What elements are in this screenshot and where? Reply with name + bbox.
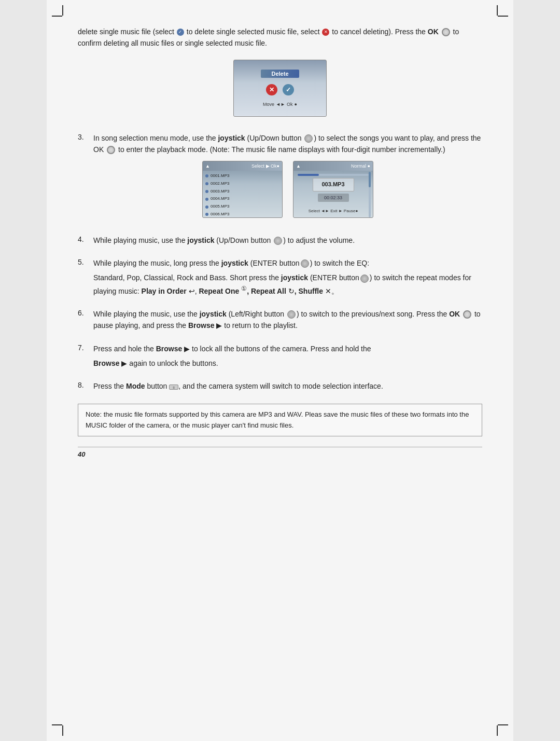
delete-screen-container: Delete ✕ ✓ Move ◄► Ok ● <box>78 60 482 117</box>
list-item-6: 6. While playing the music, use the joys… <box>78 308 482 335</box>
item-5-text-1: While playing the music, long press the … <box>93 257 482 269</box>
intro-paragraph: delete single music file (select ✓ to de… <box>78 26 482 49</box>
ok-icon-3 <box>107 146 115 154</box>
bullet-5 <box>205 205 208 209</box>
instruction-list: 3. In song selection menu mode, use the … <box>78 132 482 395</box>
filename-3: 0003.MP3 <box>211 188 229 195</box>
item-7-text2: Browse ▶ again to unlock the buttons. <box>93 358 482 369</box>
item-5-number: 5. <box>78 257 93 266</box>
playback-body: 003.MP3 00:02:33 <box>293 171 373 207</box>
playback-header-left: ▲ <box>296 162 301 170</box>
ok-label: Ok <box>287 102 293 107</box>
item-3-text: In song selection menu mode, use the joy… <box>93 132 482 156</box>
music-file-list: 0001.MP3 0002.MP3 0003.MP3 <box>203 171 282 218</box>
joystick-bold-6: joystick <box>200 310 227 318</box>
delete-icon: ✓ <box>177 29 184 36</box>
filename-1: 0001.MP3 <box>211 173 229 180</box>
progress-bar <box>298 174 369 176</box>
music-item-5: 0005.MP3 <box>205 203 279 211</box>
corner-mark-tl-v <box>62 5 63 16</box>
bullet-6 <box>205 213 208 216</box>
playback-screen: ▲ Normal ● 003.MP3 00:02:33 <box>293 161 373 218</box>
music-item-2: 0002.MP3 <box>205 180 279 188</box>
progress-fill <box>298 174 319 176</box>
delete-screen-title: Delete <box>261 70 299 78</box>
filename-2: 0002.MP3 <box>211 181 229 187</box>
music-item-1: 0001.MP3 <box>205 172 279 180</box>
enter-icon-5b <box>360 275 369 283</box>
intro-text2: to delete single selected music file, se… <box>187 28 322 36</box>
music-item-3: 0003.MP3 <box>205 188 279 196</box>
bullet-1 <box>205 174 208 177</box>
page-number: 40 <box>78 450 85 458</box>
header-icon-left: ▲ <box>205 162 210 170</box>
page-content: delete single music file (select ✓ to de… <box>78 26 482 458</box>
x-icon: ✕ <box>266 84 277 95</box>
page-container: delete single music file (select ✓ to de… <box>47 0 513 741</box>
joystick-icon-4 <box>274 237 282 245</box>
joystick-bold-3: joystick <box>218 134 245 142</box>
list-item-4: 4. While playing music, use the joystick… <box>78 235 482 249</box>
check-icon: ✓ <box>283 84 294 95</box>
corner-mark-bl-v <box>62 725 63 736</box>
bullet-3 <box>205 190 208 193</box>
ok-arrow: ● <box>294 102 297 107</box>
browse-bold-6: Browse <box>188 321 215 330</box>
corner-mark-tr-h <box>498 16 508 17</box>
note-box: Note: the music file formats supported b… <box>78 404 482 437</box>
item-8-number: 8. <box>78 380 93 389</box>
play-in-order-bold: Play in Order <box>142 286 187 295</box>
side-scrollbar <box>369 172 371 217</box>
filename-5: 0005.MP3 <box>211 203 229 210</box>
playback-header: ▲ Normal ● <box>293 161 373 171</box>
playback-header-right: Normal ● <box>351 162 370 170</box>
item-5-text-2: Standard, Pop, Classical, Rock and Bass.… <box>93 272 482 296</box>
mode-button-icon: ≡ <box>169 385 178 390</box>
page-number-line: 40 <box>78 447 482 458</box>
ok-bold: OK <box>428 28 439 36</box>
item-7-number: 7. <box>78 343 93 352</box>
item-8-content: Press the Mode button ≡, and the camera … <box>93 380 482 395</box>
item-4-text: While playing music, use the joystick (U… <box>93 235 482 246</box>
cancel-icon: ✕ <box>322 29 329 36</box>
shuffle-bold: , Shuffle <box>295 286 323 295</box>
item-4-content: While playing music, use the joystick (U… <box>93 235 482 249</box>
header-right: Select ▶ Ok● <box>251 162 279 170</box>
filename-4: 0004.MP3 <box>211 196 229 202</box>
note-text: Note: the music file formats supported b… <box>86 410 469 429</box>
bullet-2 <box>205 182 208 185</box>
list-item-7: 7. Press and hole the Browse ▶ to lock a… <box>78 343 482 373</box>
item-5-content: While playing the music, long press the … <box>93 257 482 300</box>
delete-screen: Delete ✕ ✓ Move ◄► Ok ● <box>233 60 327 117</box>
list-item-5: 5. While playing the music, long press t… <box>78 257 482 300</box>
bullet-4 <box>205 198 208 201</box>
item-4-number: 4. <box>78 235 93 243</box>
item-6-number: 6. <box>78 308 93 317</box>
item-6-content: While playing the music, use the joystic… <box>93 308 482 335</box>
corner-mark-tl-h <box>52 16 62 17</box>
corner-mark-tr-v <box>497 5 498 16</box>
move-arrow: ◄► <box>276 102 285 107</box>
repeat-one-bold: Repeat One <box>199 286 239 295</box>
joystick-bold-5a: joystick <box>221 259 248 267</box>
scrollbar-thumb <box>369 172 371 187</box>
filename-6: 0006.MP3 <box>211 211 229 218</box>
ok-circle-icon <box>442 28 450 36</box>
browse-bold-7b: Browse <box>93 359 120 367</box>
repeat-all-bold: , Repeat All <box>247 286 286 295</box>
delete-screen-icons: ✕ ✓ <box>266 84 294 95</box>
item-7-text: Press and hole the Browse ▶ to lock all … <box>93 343 482 354</box>
item-6-text: While playing the music, use the joystic… <box>93 308 482 332</box>
item-8-text: Press the Mode button ≡, and the camera … <box>93 380 482 392</box>
music-item-6: 0006.MP3 <box>205 211 279 218</box>
corner-mark-br-h <box>498 724 508 725</box>
corner-mark-br-v <box>497 725 498 736</box>
item-3-number: 3. <box>78 132 93 141</box>
joystick-icon-6 <box>287 310 296 319</box>
intro-text1: delete single music file (select <box>78 28 176 36</box>
joystick-icon-3 <box>304 134 313 143</box>
playback-time: 00:02:33 <box>318 194 349 202</box>
item-3-content: In song selection menu mode, use the joy… <box>93 132 482 226</box>
music-list-header: ▲ Select ▶ Ok● <box>203 161 282 171</box>
joystick-bold-5b: joystick <box>281 273 308 282</box>
